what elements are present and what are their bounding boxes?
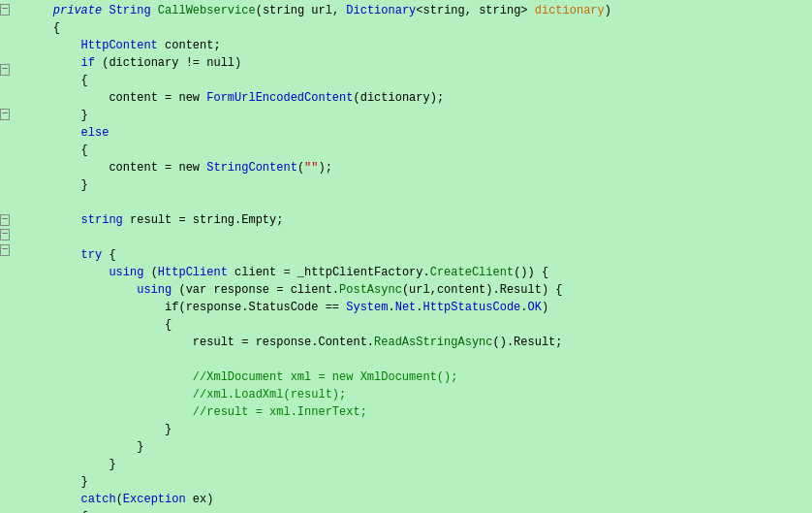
gutter-marker (0, 498, 10, 514)
code-line: if(response.StatusCode == System.Net.Htt… (25, 299, 804, 316)
code-line: content = new StringContent(""); (25, 159, 804, 176)
gutter-marker (0, 333, 10, 348)
code-line: using (var response = client.PostAsync(u… (25, 281, 804, 299)
code-line: private String CallWebservice(string url… (25, 2, 804, 19)
code-line: } (25, 421, 804, 438)
code-gutter (0, 0, 17, 513)
code-line: catch(Exception ex) (25, 491, 804, 508)
code-line: using (HttpClient client = _httpClientFa… (25, 264, 804, 281)
code-line: { (25, 72, 804, 89)
gutter-marker (0, 92, 10, 108)
gutter-marker (0, 378, 10, 394)
gutter-marker (0, 78, 10, 93)
gutter-marker (0, 288, 10, 304)
gutter-marker (0, 468, 10, 484)
gutter-marker (0, 48, 10, 63)
gutter-marker (0, 273, 10, 288)
gutter-marker (0, 258, 10, 273)
gutter-marker (0, 17, 10, 33)
code-line (25, 194, 804, 211)
code-line: HttpContent content; (25, 37, 804, 54)
code-content: private String CallWebservice(string url… (17, 0, 812, 513)
code-line: content = new FormUrlEncodedContent(dict… (25, 89, 804, 107)
gutter-marker (0, 138, 10, 153)
gutter-marker (0, 348, 10, 364)
gutter-marker (0, 453, 10, 468)
code-line: //XmlDocument xml = new XmlDocument(); (25, 369, 804, 386)
gutter-marker (0, 62, 10, 78)
code-line: string result = string.Empty; (25, 211, 804, 229)
code-line: } (25, 473, 804, 491)
code-line: try { (25, 246, 804, 264)
gutter-marker (0, 423, 10, 438)
code-line: else (25, 124, 804, 142)
code-line: } (25, 438, 804, 456)
gutter-marker (0, 408, 10, 424)
gutter-marker (0, 152, 10, 168)
gutter-marker (0, 303, 10, 318)
gutter-marker (0, 122, 10, 138)
code-line: //xml.LoadXml(result); (25, 386, 804, 403)
gutter-marker (0, 393, 10, 408)
code-line: { (25, 19, 804, 37)
gutter-marker (0, 483, 10, 498)
code-editor: private String CallWebservice(string url… (0, 0, 812, 513)
gutter-marker (0, 363, 10, 378)
code-line: //result = xml.InnerText; (25, 403, 804, 421)
code-line: { (25, 508, 804, 513)
code-line: } (25, 107, 804, 124)
gutter-marker (0, 2, 10, 17)
gutter-marker (0, 182, 10, 198)
gutter-marker (0, 108, 10, 123)
code-line: result = response.Content.ReadAsStringAs… (25, 334, 804, 351)
code-line: { (25, 316, 804, 334)
code-line (25, 229, 804, 246)
code-line (25, 351, 804, 369)
gutter-marker (0, 318, 10, 334)
code-line: { (25, 142, 804, 159)
gutter-marker (0, 438, 10, 454)
gutter-marker (0, 228, 10, 243)
gutter-marker (0, 168, 10, 183)
gutter-marker (0, 198, 10, 213)
code-line: if (dictionary != null) (25, 54, 804, 72)
code-line: } (25, 456, 804, 473)
code-line: } (25, 176, 804, 194)
gutter-marker (0, 242, 10, 258)
gutter-marker (0, 32, 10, 48)
gutter-marker (0, 212, 10, 228)
